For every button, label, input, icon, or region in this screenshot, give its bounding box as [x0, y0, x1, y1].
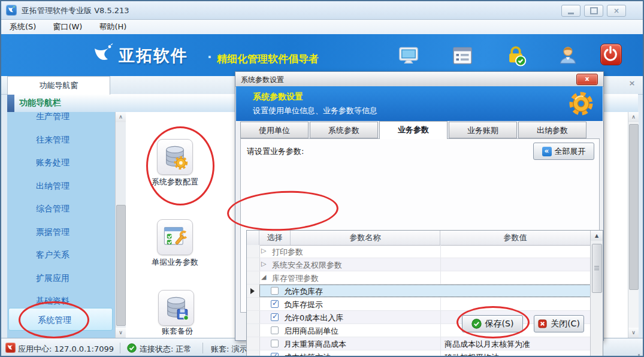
selection-focus-border — [259, 285, 591, 297]
menu-bar: 系统(S) 窗口(W) 帮助(H) — [1, 20, 643, 34]
checkbox-checked[interactable] — [271, 300, 279, 308]
scroll-down-icon[interactable]: ∨ — [116, 328, 126, 338]
shortcut-label[interactable]: 账套备份 — [141, 326, 213, 337]
save-button[interactable]: 保存(S) — [462, 315, 523, 332]
param-value: 商品成本以月末核算为准 — [445, 339, 530, 350]
status-connection: 连接状态: 正常 — [140, 344, 192, 355]
column-header-param-value[interactable]: 参数值 — [440, 231, 591, 245]
expand-collapsed-icon[interactable] — [261, 247, 266, 255]
maximize-button[interactable] — [584, 5, 603, 17]
tab-business-period[interactable]: 业务账期 — [449, 122, 517, 138]
tab-usage-unit[interactable]: 使用单位 — [240, 122, 309, 138]
nav-bar-accent — [7, 94, 14, 112]
expand-all-label: 全部展开 — [555, 146, 586, 157]
status-logo-icon — [5, 343, 16, 353]
close-icon: × — [613, 7, 619, 14]
row-indicator-cell — [247, 311, 260, 323]
scroll-up-icon[interactable]: ∧ — [628, 112, 639, 122]
connection-ok-icon — [127, 343, 137, 355]
sidebar-item-cashier[interactable]: 出纳管理 — [7, 174, 115, 197]
checkbox-unchecked[interactable] — [271, 326, 279, 334]
sidebar-item-production[interactable]: 生产管理 — [7, 112, 115, 128]
nav-scrollbar[interactable]: ∧ ∨ — [115, 112, 126, 338]
dialog-title: 系统参数设置 — [241, 75, 284, 85]
sidebar-item-comprehensive[interactable]: 综合管理 — [7, 197, 115, 220]
brand-separator: · — [207, 50, 212, 64]
row-indicator-cell — [247, 350, 260, 357]
scroll-down-icon[interactable]: ∨ — [628, 328, 639, 338]
param-name: 成本核算方法 — [284, 352, 331, 357]
scroll-up-icon[interactable]: ∧ — [116, 112, 126, 122]
param-name: 允许0成本出入库 — [284, 313, 343, 323]
sidebar-nav: 生产管理 往来管理 账务处理 出纳管理 综合管理 票据管理 客户关系 扩展应用 … — [7, 112, 115, 338]
nav-bar-title: 功能导航栏 — [19, 98, 61, 108]
param-name: 月末重算商品成本 — [284, 339, 346, 350]
sidebar-item-system-management[interactable]: 系统管理 — [8, 308, 113, 331]
lock-permission-icon[interactable] — [504, 44, 526, 65]
table-row[interactable]: 负库存提示 — [247, 298, 591, 311]
tab-business-params[interactable]: 业务参数 — [379, 121, 448, 139]
row-indicator-cell — [247, 324, 260, 337]
tab-close-icon[interactable]: × — [627, 78, 637, 88]
param-name: 启用商品副单位 — [284, 326, 338, 337]
tab-function-navigation[interactable]: 功能导航窗 — [7, 76, 110, 95]
power-exit-icon[interactable] — [600, 44, 622, 65]
dialog-close-button[interactable]: x — [576, 74, 598, 85]
dialog-header-subtitle: 设置使用单位信息、业务参数等信息 — [253, 105, 377, 116]
workspace-scrollbar[interactable]: ∧ ∨ — [628, 112, 639, 338]
status-app-center: 应用中心: 127.0.0.1:7099 — [18, 344, 114, 355]
current-row-icon — [250, 288, 255, 294]
minimize-button[interactable] — [561, 5, 580, 17]
shortcut-account-backup[interactable] — [158, 290, 194, 326]
row-indicator-cell — [247, 258, 260, 271]
table-scrollbar[interactable]: ▲ ▼ — [590, 231, 603, 357]
sidebar-item-accounting[interactable]: 账务处理 — [7, 151, 115, 174]
checkbox-checked[interactable] — [271, 353, 279, 357]
column-header-param-name[interactable]: 参数名称 — [291, 231, 440, 245]
shortcut-label[interactable]: 系统参数配置 — [139, 177, 211, 187]
tab-system-params[interactable]: 系统参数 — [310, 122, 378, 138]
expand-all-button[interactable]: 全部展开 — [533, 143, 594, 160]
close-dialog-button[interactable]: 关闭(C) — [534, 315, 584, 332]
nav-scrollbar-thumb[interactable] — [116, 205, 126, 326]
menu-window[interactable]: 窗口(W) — [44, 22, 90, 32]
table-row-group[interactable]: 库存管理参数 — [247, 271, 591, 285]
dialog-tab-row: 使用单位 系统参数 业务参数 业务账期 出纳参数 — [235, 121, 603, 139]
expand-collapsed-icon[interactable] — [261, 260, 266, 268]
table-row-group[interactable]: 系统安全及权限参数 — [247, 258, 591, 271]
resize-grip[interactable] — [638, 354, 640, 356]
sidebar-item-extensions[interactable]: 扩展应用 — [7, 267, 115, 289]
menu-system[interactable]: 系统(S) — [1, 22, 44, 32]
scroll-up-icon[interactable]: ▲ — [591, 231, 603, 241]
form-list-icon[interactable] — [452, 45, 473, 66]
shortcut-doc-business-params[interactable] — [157, 219, 193, 255]
divider — [202, 343, 203, 353]
monitor-icon[interactable] — [398, 45, 419, 66]
form-wrench-icon — [162, 224, 188, 250]
dialog-header-title: 系统参数设置 — [253, 92, 303, 102]
checkbox-unchecked[interactable] — [271, 340, 279, 347]
shortcut-system-params[interactable] — [157, 139, 193, 175]
table-row-group[interactable]: 打印参数 — [247, 245, 591, 258]
user-icon[interactable] — [557, 44, 579, 66]
checkbox-checked[interactable] — [271, 313, 279, 321]
menu-help[interactable]: 帮助(H) — [90, 22, 135, 32]
row-indicator-cell — [247, 337, 260, 350]
system-params-dialog: 系统参数设置 x 系统参数设置 设置使用单位信息、业务参数等信息 使用单位 系统… — [235, 71, 604, 341]
table-row[interactable]: 月末重算商品成本 商品成本以月末核算为准 — [247, 337, 591, 350]
brand-banner: 亚拓软件 · 精细化管理软件倡导者 退出系统 — [1, 34, 643, 76]
shortcut-label[interactable]: 单据业务参数 — [139, 257, 211, 268]
workspace-scrollbar-thumb[interactable] — [629, 124, 639, 290]
table-row[interactable]: 成本核算方法 移动加权平均法 — [247, 350, 591, 357]
sidebar-item-crm[interactable]: 客户关系 — [7, 243, 115, 266]
group-name: 系统安全及权限参数 — [272, 260, 342, 271]
close-button[interactable]: × — [607, 5, 626, 17]
tab-cashier-params[interactable]: 出纳参数 — [518, 122, 586, 138]
table-scrollbar-thumb[interactable] — [592, 244, 602, 293]
column-header-select[interactable]: 选择 — [259, 231, 291, 245]
sidebar-item-contacts[interactable]: 往来管理 — [7, 128, 115, 151]
params-prompt: 请设置业务参数: — [247, 146, 304, 157]
expand-expanded-icon[interactable] — [261, 273, 266, 281]
sidebar-item-bills[interactable]: 票据管理 — [7, 220, 115, 243]
table-row-selected[interactable]: 允许负库存 — [247, 285, 591, 298]
